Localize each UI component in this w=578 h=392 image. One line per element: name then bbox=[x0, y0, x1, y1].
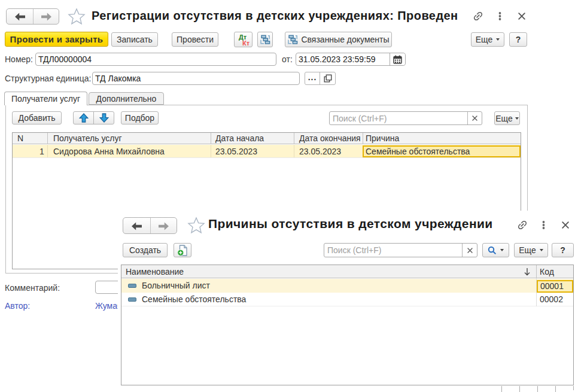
svg-text:Кт: Кт bbox=[242, 39, 250, 47]
